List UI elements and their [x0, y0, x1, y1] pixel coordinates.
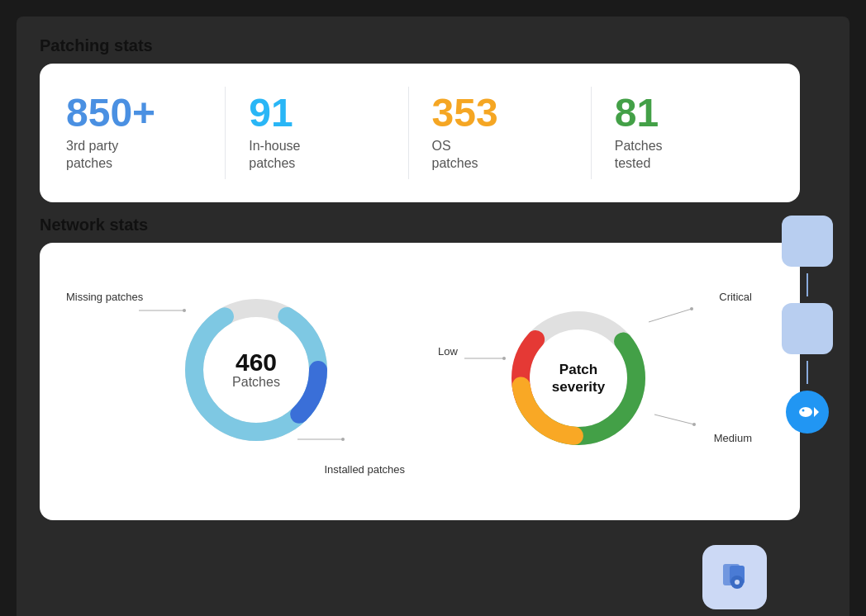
network-stats-title: Network stats	[40, 216, 800, 235]
stat-label-3rdparty: 3rd partypatches	[66, 138, 202, 173]
stat-item-os: 353 OSpatches	[409, 87, 592, 179]
stat-label-inhouse: In-housepatches	[249, 138, 384, 173]
missing-patches-chart-wrapper: Missing patches	[66, 271, 388, 494]
svg-point-10	[690, 307, 693, 310]
sidebar-icon-circle[interactable]	[786, 391, 829, 434]
missing-patches-donut: 460 Patches	[174, 287, 339, 453]
sidebar-connector-line	[807, 273, 808, 296]
stat-label-os: OSpatches	[432, 138, 568, 173]
missing-patches-annotation: Missing patches	[66, 291, 143, 305]
patching-stats-title: Patching stats	[40, 36, 800, 55]
stat-number-inhouse: 91	[249, 93, 384, 133]
medium-annotation: Medium	[714, 432, 752, 444]
fish-icon	[796, 400, 819, 424]
stat-number-3rdparty: 850+	[66, 93, 202, 133]
severity-donut-label: Patchseverity	[552, 360, 605, 396]
network-stats-section: Network stats Missing patches	[40, 216, 800, 520]
severity-center-text: Patchseverity	[552, 360, 605, 396]
svg-marker-18	[814, 407, 819, 417]
svg-point-6	[341, 438, 345, 441]
svg-point-12	[692, 423, 696, 426]
bottom-icon-card[interactable]	[702, 545, 767, 609]
stat-number-os: 353	[432, 93, 568, 133]
missing-patches-center-number: 460	[232, 350, 280, 375]
stat-number-tested: 81	[615, 93, 750, 133]
low-annotation: Low	[438, 345, 458, 358]
severity-chart-wrapper: Low Critical	[438, 279, 752, 486]
critical-annotation: Critical	[719, 291, 752, 303]
missing-patches-center-label: Patches	[232, 375, 280, 390]
disc-icon	[716, 559, 753, 595]
sidebar-connector-line-2	[807, 361, 808, 384]
sidebar-card-2[interactable]	[782, 303, 833, 354]
missing-patches-donut-label: 460 Patches	[232, 350, 280, 390]
patching-stats-grid: 850+ 3rd partypatches 91 In-housepatches…	[66, 87, 773, 179]
main-content: Patching stats 850+ 3rd partypatches 91 …	[40, 36, 800, 520]
patching-stats-section: Patching stats 850+ 3rd partypatches 91 …	[40, 36, 800, 202]
installed-annotation-line	[297, 431, 347, 456]
stat-item-tested: 81 Patchestested	[592, 87, 773, 179]
svg-point-23	[735, 580, 740, 585]
stat-item-inhouse: 91 In-housepatches	[226, 87, 408, 179]
stat-item-3rdparty: 850+ 3rd partypatches	[66, 87, 226, 179]
svg-point-19	[802, 410, 805, 412]
stat-label-tested: Patchestested	[615, 138, 750, 173]
patching-stats-card: 850+ 3rd partypatches 91 In-housepatches…	[40, 64, 800, 202]
network-charts: Missing patches	[66, 271, 773, 494]
right-sidebar	[782, 216, 833, 434]
severity-donut: Patchseverity	[496, 296, 661, 461]
sidebar-card-1[interactable]	[782, 216, 833, 267]
installed-patches-annotation: Installed patches	[324, 463, 405, 477]
network-stats-card: Missing patches	[40, 243, 800, 520]
svg-point-17	[799, 407, 812, 417]
